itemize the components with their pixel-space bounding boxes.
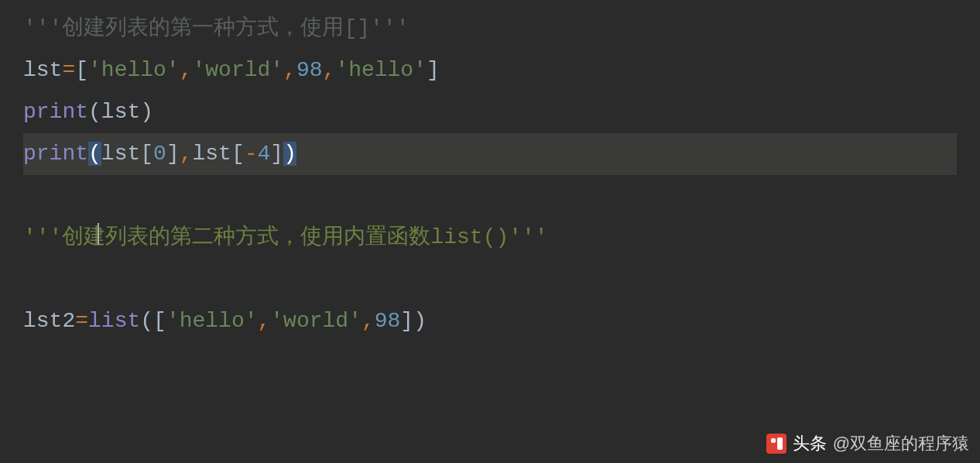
left-paren: ( <box>88 100 101 124</box>
comment-open: ''' <box>23 225 62 249</box>
string-literal: 'world' <box>270 309 362 333</box>
code-line-3[interactable]: print(lst) <box>23 91 957 133</box>
right-paren: ) <box>140 100 153 124</box>
string-literal: 'hello' <box>335 58 427 82</box>
code-line-7-empty[interactable] <box>23 259 957 300</box>
right-paren: ) <box>413 309 427 333</box>
number-literal: 98 <box>296 58 323 82</box>
identifier-lst2: lst2 <box>23 309 75 333</box>
comment-close: ''' <box>509 225 547 249</box>
identifier-lst: lst <box>101 100 140 124</box>
text-cursor-icon <box>98 223 99 245</box>
comma: , <box>283 58 296 82</box>
left-bracket: [ <box>153 309 166 333</box>
left-bracket: [ <box>231 142 245 166</box>
code-line-1[interactable]: '''创建列表的第一种方式，使用[]''' <box>23 8 957 50</box>
identifier-lst: lst <box>193 142 231 166</box>
number-literal: 98 <box>375 309 401 333</box>
comma: , <box>180 142 193 166</box>
builtin-print: print <box>23 142 88 166</box>
index-zero: 0 <box>153 142 166 166</box>
index-four: 4 <box>258 142 271 166</box>
right-paren-matched: ) <box>283 142 296 166</box>
equals-operator: = <box>75 309 88 333</box>
right-bracket: ] <box>270 142 283 166</box>
watermark: 头条 @双鱼座的程序猿 <box>766 432 969 455</box>
code-line-5-empty[interactable] <box>23 175 957 217</box>
comma: , <box>180 58 193 82</box>
comma: , <box>362 309 375 333</box>
string-literal: 'world' <box>192 58 283 82</box>
left-paren: ( <box>140 309 153 333</box>
watermark-author: @双鱼座的程序猿 <box>833 432 969 455</box>
builtin-list: list <box>88 309 140 333</box>
code-line-8[interactable]: lst2=list(['hello','world',98]) <box>23 300 957 342</box>
comment-close: ''' <box>370 16 409 40</box>
left-bracket: [ <box>140 142 153 166</box>
right-bracket: ] <box>166 142 180 166</box>
code-editor[interactable]: '''创建列表的第一种方式，使用[]''' lst=['hello','worl… <box>0 0 980 350</box>
watermark-brand: 头条 <box>793 432 827 455</box>
code-line-2[interactable]: lst=['hello','world',98,'hello'] <box>23 50 957 91</box>
code-line-6[interactable]: '''创建列表的第二种方式，使用内置函数list()''' <box>23 217 957 259</box>
string-literal: 'hello' <box>166 309 258 333</box>
builtin-print: print <box>23 100 88 124</box>
toutiao-logo-icon <box>766 434 786 454</box>
comma: , <box>323 58 336 82</box>
comment-open: ''' <box>23 16 62 40</box>
string-literal: 'hello' <box>88 58 180 82</box>
code-line-4[interactable]: print(lst[0],lst[-4]) <box>23 133 957 175</box>
left-bracket: [ <box>75 58 88 82</box>
comma: , <box>258 309 271 333</box>
identifier-lst: lst <box>101 142 140 166</box>
right-bracket: ] <box>400 309 413 333</box>
identifier-lst: lst <box>23 58 62 82</box>
comment-text: 创建列表的第二种方式，使用内置函数list() <box>62 225 509 249</box>
right-bracket: ] <box>427 58 440 82</box>
minus-operator: - <box>245 142 258 166</box>
left-paren-matched: ( <box>88 142 101 166</box>
equals-operator: = <box>62 58 75 82</box>
comment-text: 创建列表的第一种方式，使用[] <box>62 16 370 40</box>
